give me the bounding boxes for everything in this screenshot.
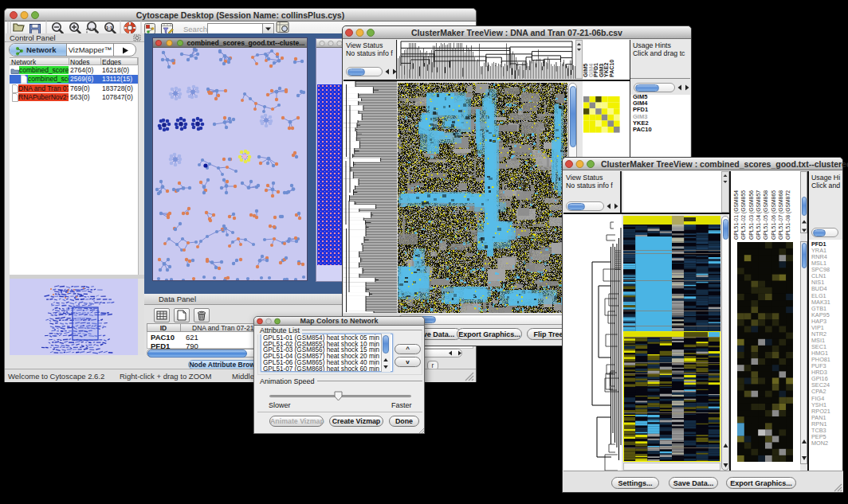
svg-text:GPL51-02 (GSM855: GPL51-02 (GSM855 xyxy=(740,190,747,240)
svg-text:GPL51-01 (GSM854: GPL51-01 (GSM854 xyxy=(733,190,740,240)
svg-text:1:1: 1:1 xyxy=(106,25,112,30)
svg-text:GPL51-05 (GSM858: GPL51-05 (GSM858 xyxy=(763,190,769,240)
svg-text:PAC10: PAC10 xyxy=(609,60,614,77)
svg-text:GPL51-07 (GSM868: GPL51-07 (GSM868 xyxy=(778,190,784,240)
svg-text:GPL51-03 (GSM856: GPL51-03 (GSM856 xyxy=(748,190,755,240)
svg-text:GPL51-08 (GSM872: GPL51-08 (GSM872 xyxy=(785,190,791,240)
svg-text:GPL51-04 (GSM857: GPL51-04 (GSM857 xyxy=(756,190,762,240)
svg-text:GPL51-06 (GSM865: GPL51-06 (GSM865 xyxy=(771,190,777,240)
